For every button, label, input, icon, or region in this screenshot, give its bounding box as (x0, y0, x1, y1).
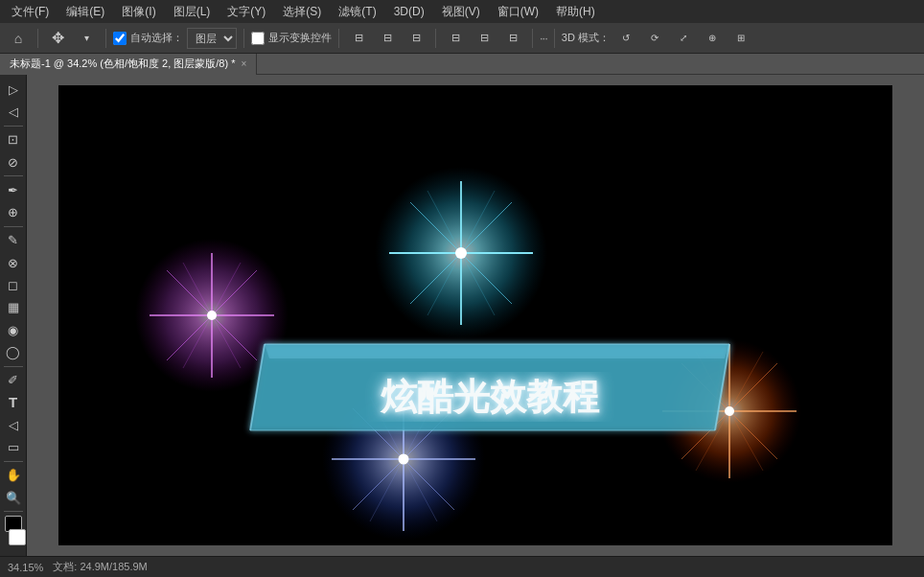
toolbar-separator-3 (243, 29, 244, 48)
tool-shape[interactable]: ▭ (2, 436, 25, 457)
svg-line-4 (167, 270, 257, 360)
svg-marker-37 (265, 344, 729, 358)
align-right-button[interactable]: ⊟ (404, 27, 428, 50)
toolbar-separator-5 (435, 29, 436, 48)
svg-marker-38 (250, 344, 729, 430)
left-sep-4 (4, 366, 23, 367)
svg-line-22 (353, 408, 454, 510)
svg-line-33 (696, 352, 763, 471)
3d-btn-2[interactable]: ⟳ (642, 27, 667, 50)
auto-select-label: 自动选择： (130, 31, 183, 45)
menu-item-3d[interactable]: 3D(D) (386, 3, 432, 20)
menu-item-text[interactable]: 文字(Y) (219, 2, 273, 22)
tool-path-select[interactable]: ◁ (2, 414, 25, 435)
distribute-button-1[interactable]: ⊟ (443, 27, 468, 50)
svg-point-27 (658, 339, 801, 483)
svg-point-35 (728, 409, 731, 413)
menu-item-edit[interactable]: 编辑(E) (58, 2, 112, 22)
background-color[interactable] (9, 529, 26, 545)
artwork-svg: 炫酷光效教程 (58, 85, 892, 545)
left-sep-3 (4, 226, 23, 227)
svg-line-40 (715, 344, 729, 430)
svg-line-12 (410, 202, 512, 304)
star-cyan (375, 167, 547, 339)
tool-brush[interactable]: ✎ (2, 230, 25, 251)
menu-item-select[interactable]: 选择(S) (275, 2, 329, 22)
active-tab[interactable]: 未标题-1 @ 34.2% (色相/饱和度 2, 图层蒙版/8) * × (0, 54, 257, 75)
svg-line-39 (250, 344, 265, 430)
toolbar-separator-2 (105, 29, 106, 48)
tool-gradient[interactable]: ▦ (2, 297, 25, 318)
star-orange (658, 339, 801, 483)
toolbar-separator-1 (37, 29, 38, 48)
tool-measure[interactable]: ⊕ (2, 201, 25, 222)
toolbar-separator-7 (554, 29, 555, 48)
move-tool-button[interactable]: ✥ (45, 27, 70, 50)
3d-btn-1[interactable]: ↺ (613, 27, 638, 50)
menu-item-layer[interactable]: 图层(L) (166, 2, 219, 22)
artwork: 炫酷光效教程 (58, 85, 892, 545)
svg-point-0 (135, 239, 289, 392)
tool-crop[interactable]: ⊡ (2, 129, 25, 150)
svg-line-24 (370, 397, 437, 521)
show-controls-checkbox[interactable] (251, 32, 265, 45)
toolbar: ⌂ ✥ ▾ 自动选择： 图层 组 显示变换控件 ⊟ ⊟ ⊟ ⊟ ⊟ ⊟ ··· … (0, 23, 924, 54)
star-pink (135, 239, 289, 392)
left-sep-6 (4, 511, 23, 512)
svg-point-16 (455, 247, 467, 259)
menu-item-file[interactable]: 文件(F) (4, 2, 57, 22)
tool-clone[interactable]: ⊗ (2, 252, 25, 273)
svg-point-25 (399, 454, 409, 465)
banner-text: 炫酷光效教程 (380, 377, 600, 417)
menu-item-image[interactable]: 图像(I) (114, 2, 163, 22)
3d-btn-5[interactable]: ⊞ (728, 27, 753, 50)
left-sep-2 (4, 175, 23, 176)
tool-direct-select[interactable]: ◁ (2, 101, 25, 122)
tool-blur[interactable]: ◉ (2, 319, 25, 340)
more-options[interactable]: ··· (540, 31, 547, 45)
star-blue (322, 378, 485, 541)
tool-slice[interactable]: ⊘ (2, 151, 25, 173)
3d-btn-3[interactable]: ⤢ (671, 27, 696, 50)
3d-btn-4[interactable]: ⊕ (700, 27, 725, 50)
3d-mode-label: 3D 模式： (562, 31, 610, 45)
align-left-button[interactable]: ⊟ (346, 27, 371, 50)
tab-close-button[interactable]: × (242, 58, 247, 69)
svg-line-32 (696, 352, 763, 471)
tool-selection[interactable]: ▷ (2, 79, 25, 100)
menu-item-window[interactable]: 窗口(W) (490, 2, 546, 22)
svg-line-13 (410, 202, 512, 304)
tool-pen[interactable]: ✐ (2, 370, 25, 391)
zoom-level: 34.15% (8, 562, 43, 573)
tool-eyedropper[interactable]: ✒ (2, 179, 25, 200)
svg-line-14 (427, 191, 495, 315)
toolbar-separator-6 (532, 29, 533, 48)
tool-eraser[interactable]: ◻ (2, 274, 25, 295)
home-button[interactable]: ⌂ (6, 27, 31, 50)
tool-dodge[interactable]: ◯ (2, 341, 25, 362)
menu-item-view[interactable]: 视图(V) (434, 2, 488, 22)
tab-label: 未标题-1 @ 34.2% (色相/饱和度 2, 图层蒙版/8) * (10, 57, 236, 71)
menu-item-help[interactable]: 帮助(H) (548, 2, 603, 22)
svg-point-34 (725, 406, 734, 416)
svg-point-26 (402, 457, 405, 461)
distribute-button-2[interactable]: ⊟ (472, 27, 497, 50)
svg-point-8 (210, 313, 214, 317)
align-center-button[interactable]: ⊟ (375, 27, 400, 50)
select-type-dropdown[interactable]: 图层 组 (187, 28, 237, 49)
svg-marker-36 (250, 344, 729, 430)
auto-select-checkbox[interactable] (113, 32, 127, 45)
doc-info: 文档: 24.9M/185.9M (53, 560, 147, 574)
svg-point-18 (322, 378, 485, 541)
svg-line-30 (681, 363, 777, 459)
tool-zoom[interactable]: 🔍 (2, 487, 25, 508)
move-option-button[interactable]: ▾ (74, 27, 99, 50)
svg-line-6 (183, 263, 241, 368)
distribute-button-3[interactable]: ⊟ (500, 27, 525, 50)
svg-line-5 (183, 263, 241, 368)
menu-item-filter[interactable]: 滤镜(T) (331, 2, 383, 22)
left-sep-5 (4, 461, 23, 462)
tool-text[interactable]: T (2, 392, 25, 413)
left-sep-1 (4, 126, 23, 127)
tool-hand[interactable]: ✋ (2, 465, 25, 486)
